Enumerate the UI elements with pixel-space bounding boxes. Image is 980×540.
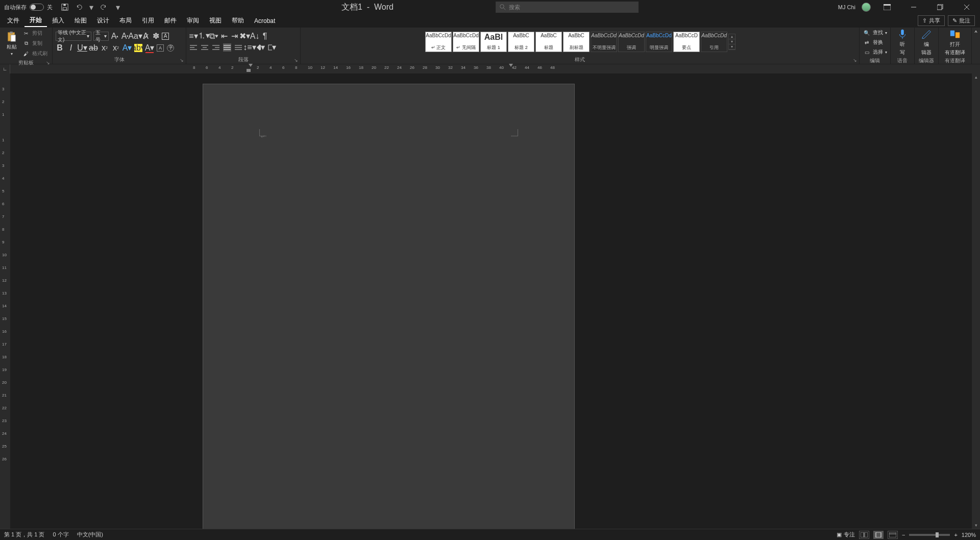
undo-dropdown-icon[interactable]: ▾ <box>89 3 93 11</box>
collapse-ribbon-icon[interactable]: ˄ <box>972 28 980 64</box>
change-case-icon[interactable]: Aa▾ <box>131 32 139 40</box>
style-item[interactable]: AaBbC副标题 <box>563 32 590 52</box>
hanging-indent-icon[interactable] <box>247 69 251 72</box>
print-layout-icon[interactable] <box>873 531 884 539</box>
phonetic-guide-icon[interactable]: ✽ <box>152 32 160 40</box>
superscript-icon[interactable]: x2 <box>112 44 120 52</box>
close-icon[interactable] <box>957 0 977 14</box>
scroll-down-icon[interactable]: ▾ <box>729 39 735 44</box>
multilevel-icon[interactable]: ⧉▾ <box>210 32 218 40</box>
outdent-icon[interactable]: ⇤ <box>220 32 228 40</box>
page[interactable]: ↵ <box>203 84 575 529</box>
style-item[interactable]: AaBbCcDd↵ 无间隔 <box>453 32 479 52</box>
tab-view[interactable]: 视图 <box>204 15 227 27</box>
style-item[interactable]: AaBl标题 1 <box>480 32 507 52</box>
subscript-icon[interactable]: x2 <box>101 44 109 52</box>
scroll-down-icon[interactable]: ▾ <box>972 522 980 529</box>
strike-icon[interactable]: ab <box>89 44 97 52</box>
tab-references[interactable]: 引用 <box>137 15 159 27</box>
font-size-combo[interactable]: 五号▾ <box>93 32 109 41</box>
style-item[interactable]: AaBbC标题 2 <box>508 32 534 52</box>
style-item[interactable]: AaBbCcDd不明显强调 <box>591 32 617 52</box>
undo-icon[interactable] <box>75 3 83 11</box>
tab-home[interactable]: 开始 <box>24 14 47 27</box>
style-item[interactable]: AaBbCcD要点 <box>673 32 700 52</box>
tab-review[interactable]: 审阅 <box>182 15 204 27</box>
zoom-slider[interactable] <box>909 534 950 536</box>
tab-file[interactable]: 文件 <box>2 15 24 27</box>
share-button[interactable]: ⇪共享 <box>918 15 945 26</box>
underline-icon[interactable]: U▾ <box>78 44 86 52</box>
char-border-icon[interactable]: A <box>162 33 169 40</box>
asian-layout-icon[interactable]: ✖▾ <box>240 32 249 40</box>
select-button[interactable]: ▭选择▾ <box>863 48 887 56</box>
vertical-scrollbar[interactable]: ▴ ▾ <box>972 73 980 529</box>
font-name-combo[interactable]: 等线 (中文正文)▾ <box>56 32 91 41</box>
cut-button[interactable]: ✂剪切 <box>20 29 49 38</box>
align-justify-icon[interactable] <box>223 43 231 52</box>
distribute-icon[interactable] <box>234 43 242 52</box>
user-avatar-icon[interactable] <box>862 3 871 12</box>
vertical-ruler[interactable]: 3211234567891011121314151617181920212223… <box>0 73 10 529</box>
page-indicator[interactable]: 第 1 页，共 1 页 <box>4 531 44 538</box>
char-shading-icon[interactable]: A <box>157 44 164 52</box>
word-count[interactable]: 0 个字 <box>53 531 68 538</box>
align-center-icon[interactable] <box>201 43 209 52</box>
comments-button[interactable]: ✎批注 <box>948 15 975 26</box>
style-item[interactable]: AaBbC标题 <box>535 32 562 52</box>
indent-icon[interactable]: ⇥ <box>230 32 238 40</box>
style-item[interactable]: AaBbCcDd引用 <box>701 32 727 52</box>
show-marks-icon[interactable]: ¶ <box>261 32 269 40</box>
qat-customize-icon[interactable]: ▾ <box>114 3 122 11</box>
first-line-indent-icon[interactable] <box>249 64 253 67</box>
text-effects-icon[interactable]: A▾ <box>123 44 131 52</box>
numbering-icon[interactable]: ⒈▾ <box>200 32 208 40</box>
zoom-thumb[interactable] <box>936 532 939 537</box>
bold-icon[interactable]: B <box>56 44 64 52</box>
launcher-icon[interactable]: ↘ <box>180 58 184 63</box>
dictate-button[interactable]: 听写 <box>894 29 911 56</box>
tab-insert[interactable]: 插入 <box>47 15 69 27</box>
tab-acrobat[interactable]: Acrobat <box>249 16 280 26</box>
ribbon-display-icon[interactable] <box>877 0 897 14</box>
align-right-icon[interactable] <box>212 43 220 52</box>
redo-icon[interactable] <box>100 3 108 11</box>
tab-help[interactable]: 帮助 <box>227 15 249 27</box>
style-item[interactable]: AaBbCcDd↵ 正文 <box>425 32 452 52</box>
format-painter-button[interactable]: 🖌格式刷 <box>20 49 49 58</box>
autosave-toggle[interactable]: 自动保存 关 <box>0 4 57 11</box>
copy-button[interactable]: ⧉复制 <box>20 39 49 48</box>
horizontal-ruler[interactable]: 8642246810121416182022242628303234363840… <box>10 64 980 73</box>
search-box[interactable]: 搜索 <box>496 2 639 13</box>
tab-design[interactable]: 设计 <box>92 15 114 27</box>
restore-icon[interactable] <box>930 0 950 14</box>
font-color-icon[interactable]: A▾ <box>145 44 154 52</box>
user-name[interactable]: MJ Chi <box>838 4 855 10</box>
tab-draw[interactable]: 绘图 <box>69 15 92 27</box>
align-left-icon[interactable] <box>189 43 198 52</box>
replace-button[interactable]: ⇄替换 <box>863 38 887 46</box>
borders-icon[interactable]: ▾ <box>268 43 276 52</box>
expand-gallery-icon[interactable]: ▾ <box>729 44 735 50</box>
scroll-up-icon[interactable]: ▴ <box>972 73 980 81</box>
sort-icon[interactable]: A↓ <box>251 32 259 40</box>
save-icon[interactable] <box>61 3 69 11</box>
tab-mailings[interactable]: 邮件 <box>159 15 182 27</box>
minimize-icon[interactable] <box>903 0 924 14</box>
shading-icon[interactable]: ▾ <box>257 43 265 52</box>
line-spacing-icon[interactable]: ↕≡▾ <box>246 43 254 52</box>
zoom-in-icon[interactable]: + <box>954 532 957 538</box>
style-item[interactable]: AaBbCcDd强调 <box>618 32 645 52</box>
zoom-out-icon[interactable]: − <box>902 532 905 538</box>
highlight-icon[interactable]: ab▾ <box>134 44 142 52</box>
grow-font-icon[interactable]: A▴ <box>111 32 119 40</box>
document-canvas[interactable]: ↵ <box>10 73 972 529</box>
italic-icon[interactable]: I <box>67 44 75 52</box>
paste-button[interactable]: 粘贴 ▾ <box>3 31 20 56</box>
bullets-icon[interactable]: ≡▾ <box>189 32 198 40</box>
focus-mode-button[interactable]: ▣专注 <box>837 531 855 538</box>
scroll-up-icon[interactable]: ▴ <box>729 34 735 39</box>
launcher-icon[interactable]: ↘ <box>853 58 857 63</box>
enclose-char-icon[interactable]: 字 <box>167 44 174 52</box>
zoom-level[interactable]: 120% <box>962 532 976 538</box>
